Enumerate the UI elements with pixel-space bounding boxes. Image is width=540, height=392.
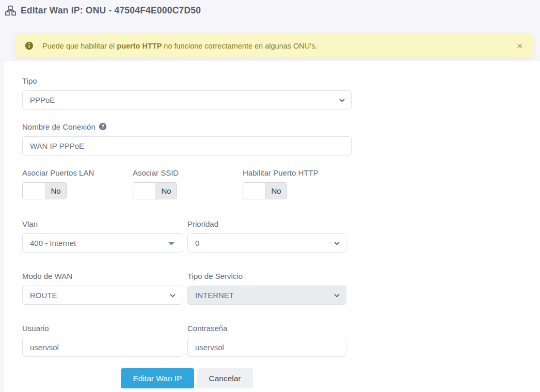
- contrasena-label: Contraseña: [187, 323, 346, 333]
- toggle-state-label: No: [156, 183, 177, 199]
- asociar-ssid-toggle[interactable]: No: [133, 182, 177, 199]
- nombre-conexion-label: Nombre de Conexión ?: [22, 122, 352, 131]
- sitemap-icon: [5, 5, 16, 16]
- tipo-label: Tipo: [22, 76, 352, 85]
- toggle-state-label: No: [266, 183, 287, 199]
- svg-text:?: ?: [101, 124, 104, 130]
- editar-wan-ip-button[interactable]: Editar Wan IP: [121, 368, 194, 388]
- tipo-servicio-select: INTERNET: [187, 286, 346, 305]
- toggle-handle: [23, 183, 45, 199]
- page-header: Editar Wan IP: ONU - 47504F4E000C7D50: [5, 5, 540, 17]
- toggle-handle: [133, 183, 156, 199]
- habilitar-puerto-http-toggle[interactable]: No: [243, 182, 287, 199]
- page-title: Editar Wan IP: ONU - 47504F4E000C7D50: [21, 5, 201, 16]
- asociar-ssid-label: Asociar SSID: [133, 168, 243, 177]
- toggle-handle: [243, 183, 266, 199]
- asociar-puertos-lan-label: Asociar Puertos LAN: [22, 168, 133, 177]
- vlan-selected-value: 400 - Internet: [30, 239, 76, 247]
- close-icon[interactable]: ×: [516, 41, 523, 51]
- prioridad-select[interactable]: 0: [187, 233, 346, 253]
- tipo-servicio-label: Tipo de Servicio: [187, 271, 346, 280]
- vlan-select[interactable]: 400 - Internet: [22, 233, 182, 253]
- nombre-conexion-input[interactable]: [22, 136, 352, 155]
- asociar-puertos-lan-toggle[interactable]: No: [22, 182, 67, 199]
- http-port-warning-banner: Puede que habilitar el puerto HTTP no fu…: [15, 34, 533, 57]
- toggle-state-label: No: [45, 183, 66, 199]
- habilitar-puerto-http-label: Habilitar Puerto HTTP: [243, 168, 352, 177]
- warning-text: Puede que habilitar el puerto HTTP no fu…: [42, 42, 317, 50]
- vlan-label: Vlan: [22, 219, 182, 228]
- cancelar-button[interactable]: Cancelar: [197, 368, 253, 388]
- edit-wan-ip-card: Tipo PPPoE Nombre de Conexión ?: [4, 61, 540, 392]
- prioridad-label: Prioridad: [187, 219, 346, 228]
- contrasena-input[interactable]: [187, 338, 346, 357]
- triangle-down-icon: [168, 242, 174, 245]
- tipo-select[interactable]: PPPoE: [22, 90, 352, 109]
- info-circle-icon: [25, 41, 34, 50]
- usuario-label: Usuario: [22, 323, 182, 333]
- question-circle-icon[interactable]: ?: [99, 122, 107, 131]
- usuario-input[interactable]: [22, 338, 182, 357]
- modo-wan-select[interactable]: ROUTE: [22, 286, 182, 305]
- modo-wan-label: Modo de WAN: [22, 271, 182, 280]
